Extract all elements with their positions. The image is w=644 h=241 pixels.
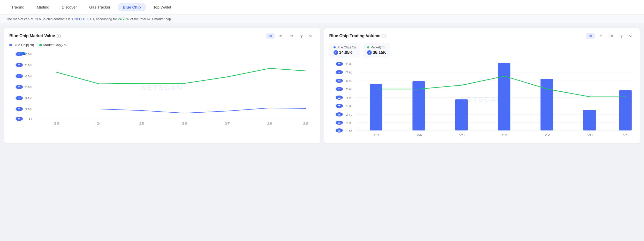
svg-text:26: 26	[182, 122, 187, 125]
subtitle-bar: The market cap of 19 blue-chip contracts…	[0, 14, 644, 24]
right-filter-7d[interactable]: 7d	[586, 33, 594, 39]
nav-top-wallet[interactable]: Top Wallet	[148, 3, 176, 11]
svg-text:Ξ: Ξ	[338, 122, 340, 125]
right-filter-1y[interactable]: 1y	[617, 33, 625, 39]
left-legend-green: Market Cap(7d)	[39, 43, 67, 47]
svg-rect-84	[583, 110, 596, 130]
svg-text:23: 23	[54, 122, 59, 125]
svg-text:27: 27	[224, 122, 230, 125]
svg-text:2K: 2K	[346, 113, 352, 116]
stat-green-eth-icon: Ξ	[367, 50, 372, 55]
svg-text:6M: 6M	[25, 53, 32, 56]
nav-blue-chip[interactable]: Blue Chip	[118, 3, 146, 11]
left-filter-all[interactable]: All	[306, 33, 315, 39]
left-legend-green-label: Market Cap(7d)	[43, 43, 67, 47]
svg-text:Ξ: Ξ	[338, 105, 340, 108]
stat-blue-chip-value: Ξ 14.05K	[334, 50, 356, 55]
right-filter-3m[interactable]: 3m	[606, 33, 616, 39]
stat-green-dot	[367, 46, 369, 48]
right-time-filters: 7d 1m 3m 1y All	[586, 33, 635, 39]
left-filter-3m[interactable]: 3m	[286, 33, 296, 39]
svg-text:0: 0	[349, 129, 352, 132]
svg-text:4M: 4M	[25, 75, 32, 78]
svg-text:6K: 6K	[346, 79, 352, 82]
left-legend-green-dot	[39, 44, 42, 46]
svg-text:Ξ: Ξ	[18, 118, 20, 121]
svg-rect-85	[619, 90, 632, 130]
left-chart-area: NETSCAN 🔵 6M 5M 4M 3M 2M 1M 0 Ξ Ξ	[9, 49, 315, 127]
svg-text:Ξ: Ξ	[18, 108, 20, 111]
subtitle-count: 19	[34, 17, 38, 21]
svg-text:23: 23	[374, 134, 379, 137]
nav-discover[interactable]: Discover	[57, 3, 82, 11]
svg-text:24: 24	[96, 122, 102, 125]
subtitle-text3: ETH, accounting for	[87, 17, 118, 21]
right-info-icon[interactable]: i	[382, 34, 386, 38]
right-filter-all[interactable]: All	[626, 33, 635, 39]
navigation: Trading Minting Discover Gas Tracker Blu…	[0, 0, 644, 14]
left-card-title: Blue Chip Market Value i	[9, 34, 61, 38]
svg-text:29: 29	[623, 134, 628, 137]
svg-text:5K: 5K	[346, 88, 352, 91]
left-legend-blue-label: Blue Chip(7d)	[13, 43, 34, 47]
left-chart-card: Blue Chip Market Value i 7d 1m 3m 1y All…	[4, 28, 320, 143]
svg-text:Ξ: Ξ	[18, 64, 20, 67]
svg-text:Ξ: Ξ	[18, 97, 20, 100]
svg-text:25: 25	[139, 122, 145, 125]
svg-text:1M: 1M	[25, 108, 32, 111]
svg-text:27: 27	[544, 134, 550, 137]
left-filter-1y[interactable]: 1y	[297, 33, 305, 39]
svg-text:Ξ: Ξ	[338, 71, 340, 74]
svg-text:29: 29	[303, 122, 308, 125]
right-filter-1m[interactable]: 1m	[596, 33, 605, 39]
svg-text:Ξ: Ξ	[338, 129, 340, 132]
svg-rect-81	[455, 99, 468, 130]
svg-text:Ξ: Ξ	[18, 86, 20, 89]
nav-trading[interactable]: Trading	[6, 3, 29, 11]
svg-text:25: 25	[459, 134, 465, 137]
svg-text:1K: 1K	[346, 121, 352, 125]
svg-text:2M: 2M	[25, 97, 32, 100]
right-card-header: Blue Chip Trading Volume i 7d 1m 3m 1y A…	[329, 33, 635, 39]
right-chart-svg: 8K 7K 6K 5K 4K 3K 2K 1K 0 Ξ Ξ Ξ Ξ Ξ	[329, 61, 635, 138]
svg-text:24: 24	[416, 134, 422, 137]
stat-market: Market(7d) Ξ 36.15K	[363, 43, 390, 57]
left-legend: Blue Chip(7d) Market Cap(7d)	[9, 43, 315, 47]
svg-rect-82	[498, 63, 510, 130]
svg-text:Ξ: Ξ	[338, 80, 340, 83]
left-filter-1m[interactable]: 1m	[276, 33, 285, 39]
left-card-header: Blue Chip Market Value i 7d 1m 3m 1y All	[9, 33, 315, 39]
svg-text:Ξ: Ξ	[338, 113, 340, 116]
subtitle-text4: of the total NFT market cap.	[130, 17, 172, 21]
left-chart-svg: 🔵 6M 5M 4M 3M 2M 1M 0 Ξ Ξ Ξ Ξ	[9, 49, 315, 127]
left-filter-7d[interactable]: 7d	[266, 33, 275, 39]
stat-blue-dot	[334, 46, 336, 48]
stat-blue-chip-label: Blue Chip(7d)	[334, 46, 356, 49]
right-stat-boxes: Blue Chip(7d) Ξ 14.05K Market(7d) Ξ 36.1…	[329, 43, 635, 57]
stat-blue-chip: Blue Chip(7d) Ξ 14.05K	[329, 43, 360, 57]
left-time-filters: 7d 1m 3m 1y All	[266, 33, 315, 39]
svg-text:28: 28	[267, 122, 272, 125]
stat-blue-eth-icon: Ξ	[334, 50, 338, 55]
nav-gas-tracker[interactable]: Gas Tracker	[84, 3, 116, 11]
svg-text:3M: 3M	[25, 86, 32, 89]
svg-text:Ξ: Ξ	[18, 75, 20, 78]
svg-text:Ξ: Ξ	[18, 53, 20, 56]
svg-text:3K: 3K	[346, 105, 352, 108]
svg-text:8K: 8K	[346, 63, 352, 66]
svg-text:5M: 5M	[25, 64, 32, 67]
svg-text:28: 28	[587, 134, 593, 137]
subtitle-text2: blue-chip contracts is	[39, 17, 71, 21]
stat-market-value: Ξ 36.15K	[367, 50, 386, 55]
svg-text:0: 0	[29, 118, 32, 121]
subtitle-text1: The market cap of	[6, 17, 34, 21]
left-legend-blue: Blue Chip(7d)	[9, 43, 34, 47]
svg-text:26: 26	[502, 134, 507, 137]
svg-text:Ξ: Ξ	[338, 97, 340, 99]
subtitle-pct: 24.78%	[118, 17, 129, 21]
nav-minting[interactable]: Minting	[32, 3, 54, 11]
svg-text:7K: 7K	[346, 71, 352, 74]
subtitle-eth: 1,203,116	[71, 17, 86, 21]
svg-rect-83	[540, 79, 553, 130]
left-info-icon[interactable]: i	[57, 34, 61, 38]
